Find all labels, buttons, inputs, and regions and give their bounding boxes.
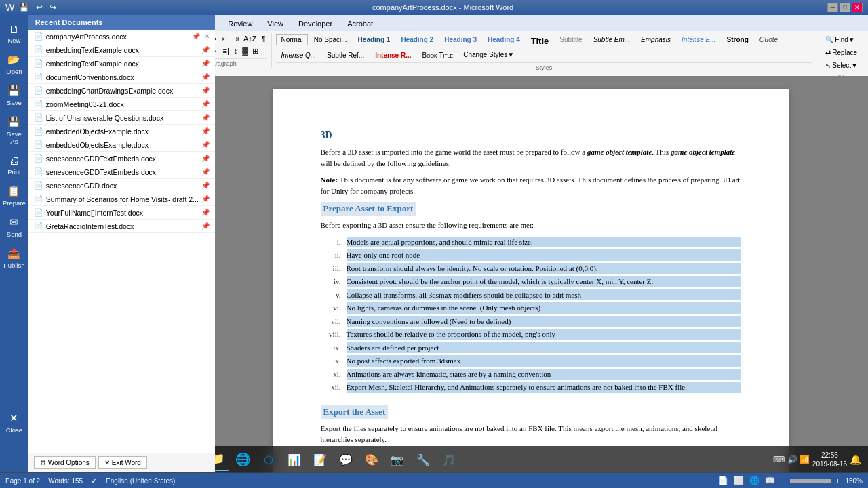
style-quote[interactable]: Quote bbox=[755, 34, 783, 45]
tab-view[interactable]: View bbox=[260, 15, 291, 31]
language[interactable]: English (United States) bbox=[106, 477, 175, 485]
list-item[interactable]: 📄 embeddingTextExample.docx 📌 bbox=[28, 43, 215, 57]
view-normal-icon[interactable]: 📄 bbox=[718, 476, 728, 485]
taskbar-chrome[interactable]: 🌐 bbox=[231, 448, 255, 471]
spell-check-icon[interactable]: ✓ bbox=[91, 476, 98, 485]
list-item[interactable]: 📄 documentConventions.docx 📌 bbox=[28, 70, 215, 84]
file-nav-new[interactable]: 🗋 New bbox=[0, 18, 28, 48]
show-hide-button[interactable]: ¶ bbox=[260, 34, 268, 45]
list-item[interactable]: 📄 senescenceGDDTextEmbeds.docx 📌 bbox=[28, 165, 215, 179]
file-nav-send[interactable]: ✉ Send bbox=[0, 211, 28, 242]
style-heading4[interactable]: Heading 4 bbox=[483, 34, 525, 45]
justify-button[interactable]: ≡| bbox=[221, 46, 231, 57]
taskbar-app1[interactable]: 📊 bbox=[282, 448, 307, 471]
increase-indent-button[interactable]: ⇥ bbox=[231, 34, 241, 45]
close-doc-icon[interactable]: ✕ bbox=[204, 33, 210, 40]
zoom-out-button[interactable]: − bbox=[781, 477, 785, 485]
pin-icon[interactable]: 📌 bbox=[201, 155, 210, 162]
pin-icon[interactable]: 📌 bbox=[201, 114, 210, 121]
list-item[interactable]: 📄 companyArtProcess.docx 📌 ✕ bbox=[28, 30, 215, 43]
pin-icon[interactable]: 📌 bbox=[201, 127, 210, 135]
notification-icon[interactable]: 🔔 bbox=[850, 454, 861, 465]
list-item[interactable]: 📄 embeddingChartDrawingsExample.docx 📌 bbox=[28, 84, 215, 98]
pin-icon[interactable]: 📌 bbox=[201, 73, 210, 81]
file-nav-save[interactable]: 💾 Save bbox=[0, 79, 28, 110]
view-read-icon[interactable]: 📖 bbox=[765, 476, 775, 485]
style-intense-e[interactable]: Intense E... bbox=[677, 34, 721, 45]
close-button[interactable]: ✕ bbox=[852, 3, 863, 12]
pin-icon[interactable]: 📌 bbox=[201, 60, 210, 67]
style-heading2[interactable]: Heading 2 bbox=[396, 34, 438, 45]
select-button[interactable]: ↖ Select▼ bbox=[821, 60, 863, 71]
pin-icon[interactable]: 📌 bbox=[201, 222, 210, 230]
list-item[interactable]: 📄 Summary of Scenarios for Home Visits- … bbox=[28, 192, 215, 206]
zoom-slider[interactable] bbox=[790, 479, 831, 483]
list-item[interactable]: 📄 embeddedObjectsExample.docx 📌 bbox=[28, 125, 215, 138]
style-no-spacing[interactable]: No Spaci... bbox=[309, 34, 352, 45]
line-spacing-button[interactable]: ↕ bbox=[232, 46, 240, 57]
list-item[interactable]: 📄 senescenceGDDTextEmbeds.docx 📌 bbox=[28, 152, 215, 165]
style-title[interactable]: Title bbox=[526, 34, 554, 48]
style-subtle-ref[interactable]: Subtle Ref... bbox=[322, 49, 369, 61]
exit-word-button[interactable]: ✕ Exit Word bbox=[98, 456, 147, 469]
pin-icon[interactable]: 📌 bbox=[201, 209, 210, 216]
border-button[interactable]: ⊞ bbox=[250, 46, 260, 57]
list-item[interactable]: 📄 List of Unanswerable Questions.docx 📌 bbox=[28, 111, 215, 125]
quick-access-redo[interactable]: ↪ bbox=[47, 3, 58, 12]
file-nav-open[interactable]: 📂 Open bbox=[0, 48, 28, 79]
style-subtle-em[interactable]: Subtle Em... bbox=[589, 34, 635, 45]
replace-button[interactable]: ⇄ Replace bbox=[821, 47, 862, 58]
pin-icon[interactable]: 📌 bbox=[201, 182, 210, 189]
taskbar-app3[interactable]: 💬 bbox=[334, 448, 358, 471]
style-intense-r[interactable]: Intense R... bbox=[370, 49, 416, 61]
view-web-icon[interactable]: 🌐 bbox=[749, 476, 760, 485]
quick-access-undo[interactable]: ↩ bbox=[34, 3, 45, 12]
tab-developer[interactable]: Developer bbox=[291, 15, 340, 31]
list-item[interactable]: 📄 embeddingTextExample.docx 📌 bbox=[28, 57, 215, 70]
zoom-in-button[interactable]: + bbox=[836, 477, 840, 485]
style-subtitle[interactable]: Subtitle bbox=[555, 34, 587, 45]
tab-acrobat[interactable]: Acrobat bbox=[340, 15, 380, 31]
file-nav-close[interactable]: ✕ Close bbox=[0, 407, 28, 438]
file-nav-print[interactable]: 🖨 Print bbox=[0, 149, 28, 180]
taskbar-app2[interactable]: 📝 bbox=[308, 448, 332, 471]
decrease-indent-button[interactable]: ⇤ bbox=[220, 34, 230, 45]
list-item[interactable]: 📄 senescenceGDD.docx 📌 bbox=[28, 179, 215, 192]
file-nav-save-as[interactable]: 💾 Save As bbox=[0, 110, 28, 149]
style-intense-q[interactable]: Intense Q... bbox=[276, 49, 321, 61]
style-strong[interactable]: Strong bbox=[722, 34, 753, 45]
pin-icon[interactable]: 📌 bbox=[192, 33, 200, 40]
pin-icon[interactable]: 📌 bbox=[201, 46, 210, 54]
file-nav-publish[interactable]: 📤 Publish bbox=[0, 242, 28, 273]
taskbar-app7[interactable]: 🎵 bbox=[437, 448, 461, 471]
change-styles-button[interactable]: Change Styles▼ bbox=[459, 49, 518, 60]
style-heading3[interactable]: Heading 3 bbox=[439, 34, 481, 45]
taskbar-app5[interactable]: 📷 bbox=[385, 448, 410, 471]
list-item[interactable]: 📄 zoomMeeting03-21.docx 📌 bbox=[28, 98, 215, 111]
taskbar-app4[interactable]: 🎨 bbox=[359, 448, 384, 471]
document-area[interactable]: 3D Before a 3D asset is imported into th… bbox=[193, 76, 868, 472]
style-heading1[interactable]: Heading 1 bbox=[353, 34, 395, 45]
taskbar-app6[interactable]: 🔧 bbox=[411, 448, 435, 471]
quick-access-save[interactable]: 💾 bbox=[17, 3, 31, 12]
pin-icon[interactable]: 📌 bbox=[201, 168, 210, 176]
list-item[interactable]: 📄 embeddedObjectsExample.docx 📌 bbox=[28, 138, 215, 152]
pin-icon[interactable]: 📌 bbox=[201, 141, 210, 148]
file-nav-prepare[interactable]: 📋 Prepare bbox=[0, 180, 28, 211]
list-item[interactable]: 📄 GretaRaccioInternTest.docx 📌 bbox=[28, 220, 215, 233]
pin-icon[interactable]: 📌 bbox=[201, 100, 210, 108]
list-item[interactable]: 📄 YourFullName[]InternTest.docx 📌 bbox=[28, 206, 215, 220]
tab-review[interactable]: Review bbox=[220, 15, 260, 31]
word-options-button[interactable]: ⚙ Word Options bbox=[34, 456, 96, 469]
restore-button[interactable]: □ bbox=[840, 3, 850, 12]
pin-icon[interactable]: 📌 bbox=[201, 87, 210, 94]
taskbar-vscode[interactable]: ⬡ bbox=[256, 448, 281, 471]
style-normal[interactable]: Normal bbox=[276, 34, 307, 45]
zoom-level[interactable]: 150% bbox=[845, 477, 863, 485]
sort-button[interactable]: A↕Z bbox=[241, 34, 259, 45]
pin-icon[interactable]: 📌 bbox=[201, 195, 210, 203]
shading-button[interactable]: ▓ bbox=[240, 46, 250, 57]
minimize-button[interactable]: ─ bbox=[827, 3, 838, 12]
find-button[interactable]: 🔍 Find▼ bbox=[821, 34, 860, 45]
style-emphasis[interactable]: Emphasis bbox=[636, 34, 675, 45]
